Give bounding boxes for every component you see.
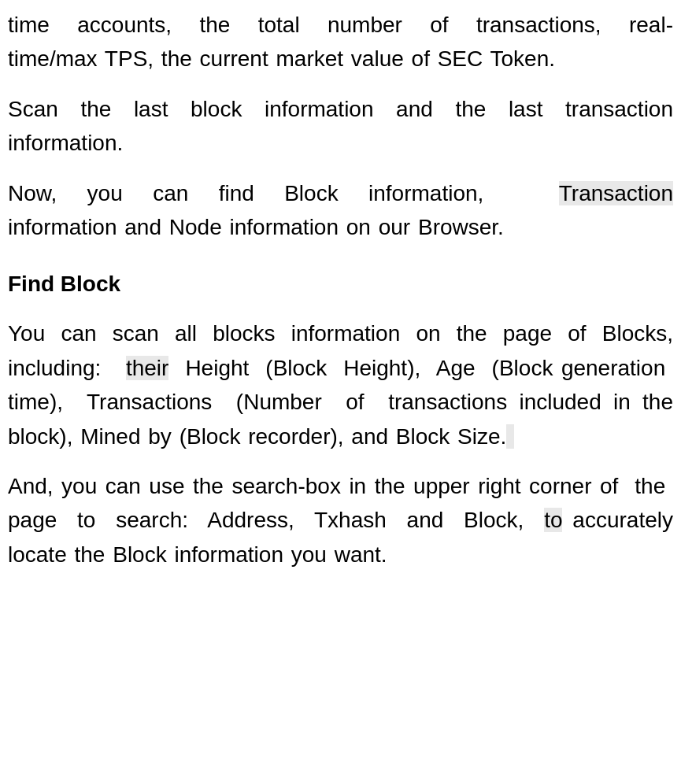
their-highlight: their	[126, 356, 168, 380]
paragraph-intro-1: time accounts, the total number of trans…	[8, 8, 673, 76]
transaction-highlight: Transaction	[559, 181, 673, 205]
paragraph-find-block-1: You can scan all blocks information on t…	[8, 316, 673, 453]
main-content: time accounts, the total number of trans…	[8, 0, 673, 595]
to-highlight: to	[544, 508, 562, 532]
paragraph-intro-3: Now, you can find Block information, Tra…	[8, 176, 673, 245]
paragraph-intro-2: Scan the last block information and the …	[8, 92, 673, 161]
paragraph-find-block-2: And, you can use the search-box in the u…	[8, 469, 673, 571]
size-highlight	[506, 424, 514, 449]
find-block-heading: Find Block	[8, 268, 673, 301]
